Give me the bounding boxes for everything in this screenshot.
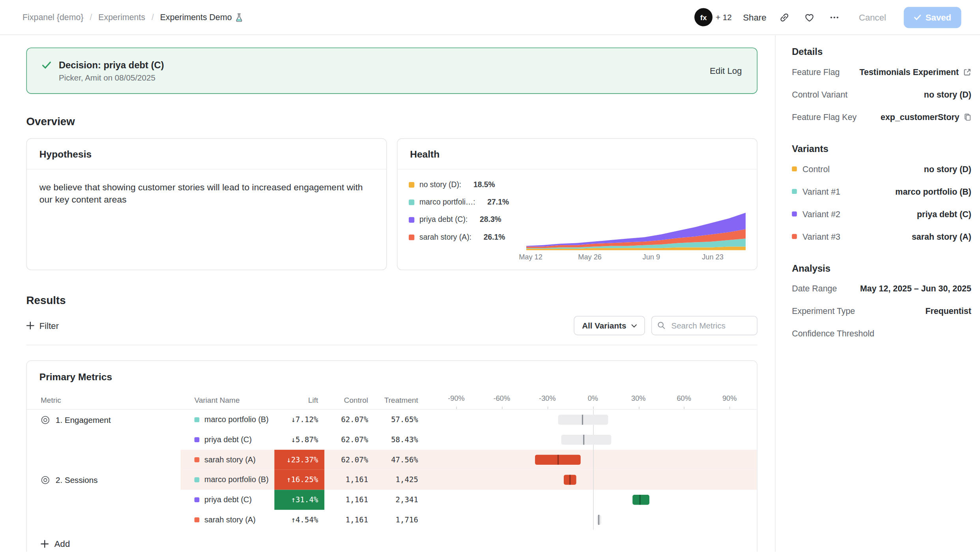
primary-metrics-card: Primary Metrics Metric Variant Name Lift… xyxy=(26,360,758,552)
breadcrumb-project[interactable]: Fixpanel {demo} xyxy=(22,13,84,22)
chevron-down-icon xyxy=(631,324,637,328)
results-toolbar: Filter All Variants xyxy=(26,316,758,335)
cancel-button[interactable]: Cancel xyxy=(853,8,892,27)
more-options-icon[interactable] xyxy=(828,10,842,24)
favorite-heart-icon[interactable] xyxy=(802,10,816,24)
collaborator-avatars[interactable]: fx + 12 xyxy=(694,8,732,26)
topbar-actions: fx + 12 Share Cancel Saved xyxy=(694,7,961,28)
table-row: sarah story (A) ↑4.54% 1,161 1,716 xyxy=(27,510,757,530)
hypothesis-title: Hypothesis xyxy=(27,139,386,170)
metric-name[interactable]: 2. Sessions xyxy=(56,475,97,484)
lift-value: ↓7.12% xyxy=(274,410,324,430)
variants-heading: Variants xyxy=(792,143,971,154)
external-link-icon[interactable] xyxy=(963,68,971,76)
hypothesis-text: we believe that showing customer stories… xyxy=(27,169,377,217)
top-bar: Fixpanel {demo} / Experiments / Experime… xyxy=(0,0,980,35)
control-value: 1,161 xyxy=(324,510,374,530)
variant-row: Variant #1 marco portfolio (B) xyxy=(792,180,971,203)
lift-value: ↓23.37% xyxy=(274,450,324,470)
health-legend: no story (D): 18.5% marco portfoli…: 27.… xyxy=(409,177,520,265)
variant-color-dot xyxy=(792,234,797,239)
variants-section: Variants Control no story (D) Variant #1… xyxy=(792,143,971,248)
variant-color-dot xyxy=(195,477,200,483)
confidence-interval xyxy=(425,410,757,430)
confidence-interval xyxy=(425,470,757,490)
check-icon xyxy=(42,61,51,82)
analysis-section: Analysis Date Range May 12, 2025 – Jun 3… xyxy=(792,263,971,345)
control-value: 62.07% xyxy=(324,430,374,450)
main-content: Decision: priya debt (C) Picker, Amit on… xyxy=(0,35,775,552)
plus-icon xyxy=(41,539,49,548)
axis-scale: -90%-60%-30%0%30%60%90% xyxy=(425,391,757,409)
treatment-value: 2,341 xyxy=(374,490,425,510)
search-icon xyxy=(657,321,666,330)
lift-value: ↑31.4% xyxy=(274,490,324,510)
variant-color-dot xyxy=(195,517,200,522)
app: Fixpanel {demo} / Experiments / Experime… xyxy=(0,0,980,552)
decision-banner: Decision: priya debt (C) Picker, Amit on… xyxy=(26,47,758,94)
lift-value: ↑4.54% xyxy=(274,510,324,530)
variant-color-dot xyxy=(195,417,200,422)
treatment-value: 58.43% xyxy=(374,430,425,450)
confidence-interval xyxy=(425,510,757,530)
share-button[interactable]: Share xyxy=(743,12,766,22)
legend-item: no story (D): 18.5% xyxy=(409,180,520,189)
detail-row: Control Variant no story (D) xyxy=(792,83,971,106)
variant-color-dot xyxy=(195,457,200,462)
metric-name[interactable]: 1. Engagement xyxy=(56,415,111,424)
variant-color-dot xyxy=(195,437,200,442)
analysis-heading: Analysis xyxy=(792,263,971,273)
avatar[interactable]: fx xyxy=(694,8,713,26)
health-chart-svg xyxy=(526,209,746,250)
table-row: sarah story (A) ↓23.37% 62.07% 47.56% xyxy=(27,450,757,470)
detail-row: Feature Flag Key exp_customerStory xyxy=(792,106,971,128)
control-value: 62.07% xyxy=(324,450,374,470)
edit-log-button[interactable]: Edit Log xyxy=(710,66,742,75)
legend-swatch xyxy=(409,234,414,240)
details-section: Details Feature Flag Testimonials Experi… xyxy=(792,46,971,128)
copy-icon[interactable] xyxy=(964,113,971,121)
search-metrics-input[interactable] xyxy=(651,316,757,335)
health-chart: May 12 May 26 Jun 9 Jun 23 xyxy=(520,177,747,265)
copy-link-icon[interactable] xyxy=(778,10,791,24)
control-value: 1,161 xyxy=(324,490,374,510)
target-icon xyxy=(41,475,50,484)
decision-subtitle: Picker, Amit on 08/05/2025 xyxy=(59,73,164,83)
breadcrumb-separator: / xyxy=(151,13,154,22)
plus-icon xyxy=(26,321,35,330)
confidence-interval xyxy=(425,430,757,450)
variant-row: Variant #2 priya debt (C) xyxy=(792,203,971,225)
variant-color-dot xyxy=(792,166,797,171)
treatment-value: 57.65% xyxy=(374,410,425,430)
legend-item: priya debt (C): 28.3% xyxy=(409,215,520,224)
saved-button[interactable]: Saved xyxy=(903,7,961,28)
variants-filter-dropdown[interactable]: All Variants xyxy=(574,316,645,335)
variant-name: marco portfolio (B) xyxy=(204,415,269,424)
control-value: 62.07% xyxy=(324,410,374,430)
variant-name: marco portfolio (B) xyxy=(204,475,269,484)
legend-swatch xyxy=(409,217,414,222)
treatment-value: 1,425 xyxy=(374,470,425,490)
results-heading: Results xyxy=(26,294,758,307)
detail-row: Feature Flag Testimonials Experiment xyxy=(792,61,971,83)
legend-item: marco portfoli…: 27.1% xyxy=(409,198,520,207)
right-sidebar: Details Feature Flag Testimonials Experi… xyxy=(775,35,980,552)
metrics-table-body: 1. Engagement marco portfolio (B) ↓7.12%… xyxy=(27,410,757,530)
add-filter-button[interactable]: Filter xyxy=(26,321,59,330)
breadcrumb-experiments[interactable]: Experiments xyxy=(98,13,145,22)
variant-color-dot xyxy=(792,189,797,194)
health-title: Health xyxy=(398,139,757,170)
feature-flag-link[interactable]: Testimonials Experiment xyxy=(860,67,971,77)
analysis-row: Experiment Type Frequentist xyxy=(792,300,971,322)
variant-row: Variant #3 sarah story (A) xyxy=(792,225,971,248)
add-metric-button[interactable]: Add xyxy=(27,530,757,552)
avatar-overflow-count: + 12 xyxy=(716,13,732,22)
control-value: 1,161 xyxy=(324,470,374,490)
variant-name: priya debt (C) xyxy=(204,436,252,444)
breadcrumb-current-page: Experiments Demo xyxy=(160,13,243,22)
analysis-row: Confidence Threshold xyxy=(792,322,971,345)
legend-item: sarah story (A): 26.1% xyxy=(409,233,520,241)
table-row: 2. Sessions marco portfolio (B) ↑16.25% … xyxy=(27,470,757,490)
analysis-row: Date Range May 12, 2025 – Jun 30, 2025 xyxy=(792,277,971,300)
primary-metrics-title: Primary Metrics xyxy=(27,361,757,391)
